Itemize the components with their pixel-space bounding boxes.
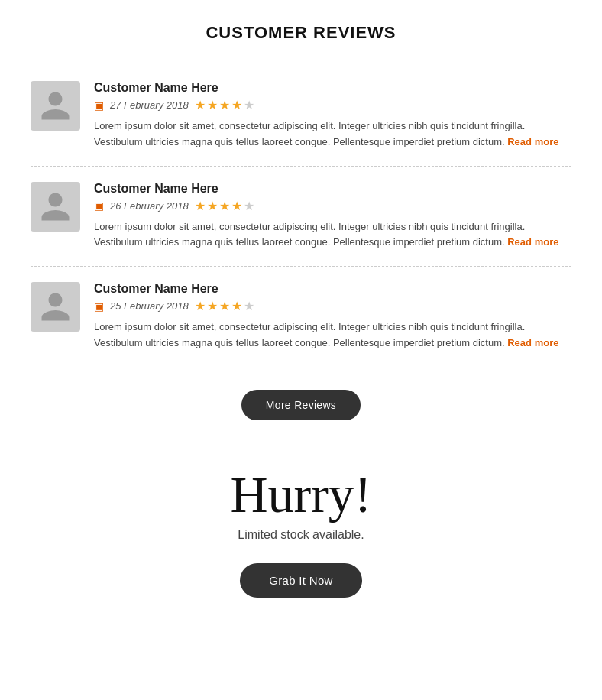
star-rating: ★★★★★ (195, 98, 254, 112)
review-date: 25 February 2018 (110, 300, 189, 312)
star-filled: ★ (231, 299, 242, 313)
grab-btn-wrapper: Grab It Now (31, 563, 571, 598)
reviews-list: Customer Name Here ▣ 27 February 2018 ★★… (31, 66, 571, 367)
review-meta: ▣ 26 February 2018 ★★★★★ (94, 199, 571, 213)
review-meta: ▣ 27 February 2018 ★★★★★ (94, 98, 571, 112)
star-filled: ★ (207, 199, 218, 213)
read-more-link[interactable]: Read more (507, 337, 558, 348)
star-filled: ★ (231, 199, 242, 213)
more-reviews-button[interactable]: More Reviews (241, 390, 361, 420)
star-filled: ★ (195, 199, 206, 213)
star-empty: ★ (244, 299, 254, 313)
hurry-section: Hurry! Limited stock available. Grab It … (31, 451, 571, 621)
calendar-icon: ▣ (94, 99, 104, 112)
star-filled: ★ (219, 98, 230, 112)
review-content: Customer Name Here ▣ 25 February 2018 ★★… (94, 282, 571, 352)
review-text: Lorem ipsum dolor sit amet, consectetur … (94, 118, 571, 151)
more-reviews-btn-wrapper: More Reviews (31, 390, 571, 420)
star-empty: ★ (244, 98, 254, 112)
read-more-link[interactable]: Read more (507, 136, 558, 147)
star-filled: ★ (195, 299, 206, 313)
star-filled: ★ (207, 98, 218, 112)
star-filled: ★ (195, 98, 206, 112)
reviewer-name: Customer Name Here (94, 182, 571, 196)
star-rating: ★★★★★ (195, 199, 254, 213)
avatar (31, 182, 80, 232)
review-item: Customer Name Here ▣ 25 February 2018 ★★… (31, 267, 571, 367)
star-empty: ★ (244, 199, 254, 213)
user-icon (38, 89, 73, 123)
avatar (31, 282, 80, 332)
review-item: Customer Name Here ▣ 26 February 2018 ★★… (31, 167, 571, 267)
star-filled: ★ (231, 98, 242, 112)
reviewer-name: Customer Name Here (94, 81, 571, 95)
review-item: Customer Name Here ▣ 27 February 2018 ★★… (31, 66, 571, 167)
grab-it-now-button[interactable]: Grab It Now (240, 563, 361, 598)
hurry-subtitle: Limited stock available. (31, 528, 571, 542)
star-rating: ★★★★★ (195, 299, 254, 313)
reviewer-name: Customer Name Here (94, 282, 571, 296)
avatar (31, 81, 80, 131)
review-meta: ▣ 25 February 2018 ★★★★★ (94, 299, 571, 313)
read-more-link[interactable]: Read more (507, 236, 558, 248)
star-filled: ★ (219, 299, 230, 313)
user-icon (38, 190, 73, 224)
section-title: CUSTOMER REVIEWS (31, 23, 571, 43)
review-text: Lorem ipsum dolor sit amet, consectetur … (94, 319, 571, 352)
calendar-icon: ▣ (94, 199, 104, 212)
calendar-icon: ▣ (94, 300, 104, 313)
review-text: Lorem ipsum dolor sit amet, consectetur … (94, 219, 571, 251)
star-filled: ★ (219, 199, 230, 213)
review-date: 26 February 2018 (110, 200, 189, 212)
page-wrapper: CUSTOMER REVIEWS Customer Name Here ▣ 27… (0, 0, 602, 651)
star-filled: ★ (207, 299, 218, 313)
review-content: Customer Name Here ▣ 27 February 2018 ★★… (94, 81, 571, 151)
user-icon (38, 290, 73, 324)
review-content: Customer Name Here ▣ 26 February 2018 ★★… (94, 182, 571, 251)
review-date: 27 February 2018 (110, 99, 189, 111)
hurry-title: Hurry! (31, 466, 571, 523)
